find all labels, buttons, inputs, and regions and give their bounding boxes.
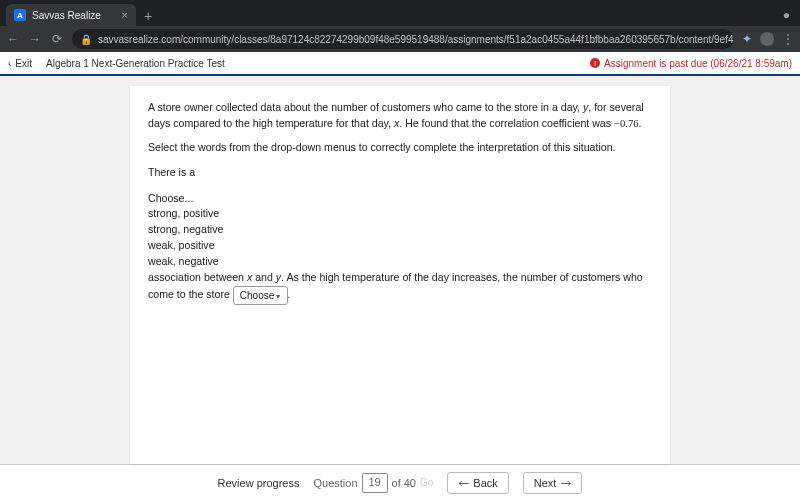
next-button[interactable]: Next 🡒 (523, 472, 583, 494)
past-due-notice: ! Assignment is past due (06/26/21 8:59a… (590, 58, 792, 69)
question-paragraph-2: Select the words from the drop-down menu… (148, 140, 652, 156)
question-number-input[interactable]: 19 (362, 473, 388, 493)
extensions-icon[interactable]: ✦ (742, 32, 752, 46)
question-paragraph-1: A store owner collected data about the n… (148, 100, 652, 132)
question-label: Question (313, 477, 357, 489)
question-footer: Review progress Question 19 of 40 Go 🡐 B… (0, 464, 800, 500)
go-button[interactable]: Go (420, 477, 433, 488)
chevron-left-icon: ‹ (8, 58, 11, 69)
arrow-left-icon: 🡐 (458, 477, 469, 489)
exit-button[interactable]: ‹ Exit (8, 58, 32, 69)
profile-avatar[interactable] (760, 32, 774, 46)
arrow-right-icon: 🡒 (560, 477, 571, 489)
dropdown-option[interactable]: weak, positive (148, 238, 652, 254)
new-tab-button[interactable]: + (136, 8, 160, 26)
exit-label: Exit (15, 58, 32, 69)
alert-icon: ! (590, 58, 600, 68)
back-button[interactable]: 🡐 Back (447, 472, 508, 494)
content-stage: A store owner collected data about the n… (0, 76, 800, 464)
address-bar[interactable]: 🔒 savvasrealize.com/community/classes/8a… (72, 29, 734, 49)
window-minimize-placeholder: ● (783, 8, 800, 26)
question-card: A store owner collected data about the n… (130, 86, 670, 464)
assignment-title: Algebra 1 Next-Generation Practice Test (46, 58, 225, 69)
answer-sentence: There is a (148, 164, 652, 183)
dropdown-option[interactable]: strong, negative (148, 222, 652, 238)
dropdown-1[interactable] (198, 164, 282, 183)
favicon-icon: A (14, 9, 26, 21)
past-due-text: Assignment is past due (06/26/21 8:59am) (604, 58, 792, 69)
lock-icon: 🔒 (80, 34, 92, 45)
chrome-menu-icon[interactable]: ⋮ (782, 32, 794, 46)
next-label: Next (534, 477, 557, 489)
app-header: ‹ Exit Algebra 1 Next-Generation Practic… (0, 52, 800, 76)
review-progress-link[interactable]: Review progress (218, 477, 300, 489)
browser-tabstrip: A Savvas Realize × + ● (0, 0, 800, 26)
tab-title: Savvas Realize (32, 10, 101, 21)
question-nav: Question 19 of 40 Go (313, 473, 433, 493)
dropdown-2[interactable]: Choose (233, 286, 288, 305)
back-label: Back (473, 477, 497, 489)
back-icon[interactable]: ← (6, 32, 20, 46)
question-total: of 40 (392, 477, 416, 489)
forward-icon[interactable]: → (28, 32, 42, 46)
reload-icon[interactable]: ⟳ (50, 32, 64, 46)
url-text: savvasrealize.com/community/classes/8a97… (98, 34, 734, 45)
tab-close-icon[interactable]: × (122, 9, 128, 21)
dropdown-option[interactable]: strong, positive (148, 206, 652, 222)
browser-toolbar: ← → ⟳ 🔒 savvasrealize.com/community/clas… (0, 26, 800, 52)
dropdown-option[interactable]: Choose... (148, 191, 652, 207)
dropdown-option[interactable]: weak, negative (148, 254, 652, 270)
browser-tab-active[interactable]: A Savvas Realize × (6, 4, 136, 26)
